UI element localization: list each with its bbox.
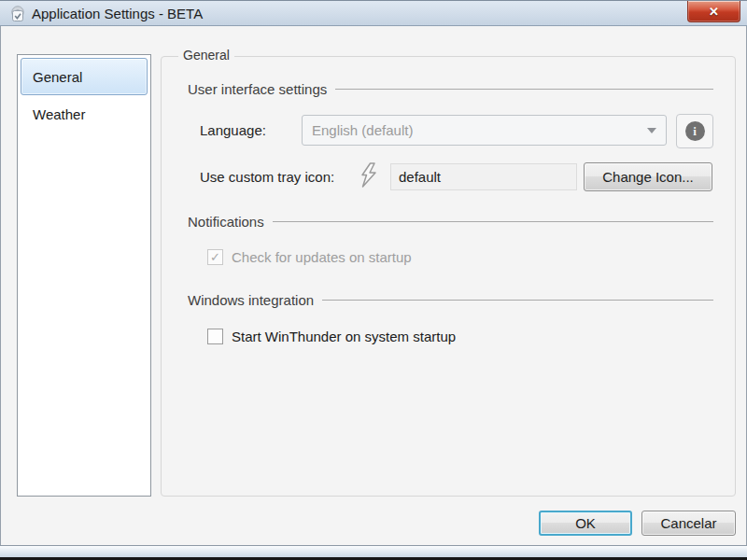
language-selected-value: English (default) [312, 122, 647, 138]
groupbox-title: General [178, 48, 234, 63]
sidebar-item-weather[interactable]: Weather [21, 95, 148, 133]
titlebar[interactable]: Application Settings - BETA ✕ [0, 0, 747, 26]
close-icon: ✕ [688, 2, 740, 21]
section-title: Notifications [188, 214, 264, 230]
ok-button[interactable]: OK [539, 511, 632, 536]
change-icon-button[interactable]: Change Icon... [584, 162, 712, 191]
start-on-startup-checkbox[interactable]: Start WinThunder on system startup [207, 329, 456, 344]
language-select[interactable]: English (default) [302, 115, 667, 146]
section-title: User interface settings [188, 81, 327, 97]
sidebar-item-general[interactable]: General [21, 58, 148, 95]
window-bottom-border [0, 545, 747, 557]
tray-icon-field[interactable] [390, 163, 577, 190]
info-icon: i [685, 121, 705, 141]
application-settings-window: Application Settings - BETA ✕ General We… [0, 0, 747, 560]
section-divider [322, 300, 713, 301]
general-groupbox: General User interface settings Language… [161, 56, 736, 497]
checkbox-unchecked-icon [207, 329, 223, 344]
section-header-windows-integration: Windows integration [188, 292, 713, 308]
section-header-user-interface: User interface settings [188, 81, 713, 97]
section-header-notifications: Notifications [188, 214, 713, 230]
cancel-button[interactable]: Cancelar [641, 511, 736, 536]
check-updates-checkbox[interactable]: ✓ Check for updates on startup [207, 249, 412, 265]
checkbox-label: Check for updates on startup [232, 249, 412, 265]
lightning-bolt-icon [358, 161, 380, 189]
chevron-down-icon [647, 128, 656, 133]
close-button[interactable]: ✕ [687, 1, 740, 22]
section-divider [335, 89, 713, 90]
category-list: General Weather [17, 54, 151, 497]
language-label: Language: [200, 115, 266, 146]
checkbox-label: Start WinThunder on system startup [232, 329, 456, 344]
section-title: Windows integration [188, 292, 314, 308]
checkbox-checked-icon: ✓ [207, 249, 223, 265]
app-icon [8, 5, 27, 23]
window-title: Application Settings - BETA [32, 1, 203, 26]
language-info-button[interactable]: i [676, 114, 713, 148]
section-divider [273, 221, 713, 222]
tray-icon-label: Use custom tray icon: [200, 163, 334, 190]
